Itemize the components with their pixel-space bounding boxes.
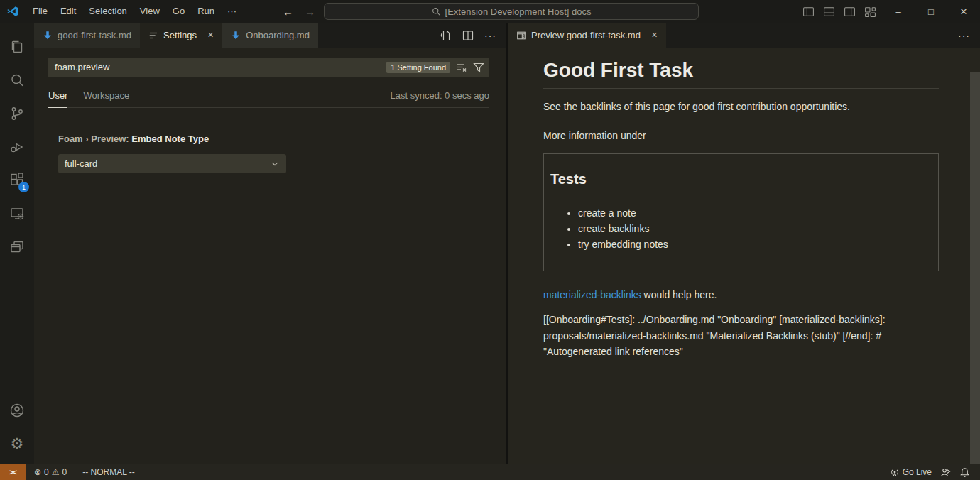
- chevron-down-icon: [270, 159, 280, 169]
- tab-onboarding[interactable]: Onboarding.md: [222, 23, 318, 48]
- close-tab-icon[interactable]: ✕: [651, 31, 658, 40]
- editor-actions-more-icon[interactable]: ···: [484, 30, 496, 41]
- preview-scrollbar[interactable]: [970, 72, 980, 464]
- menu-file[interactable]: File: [26, 0, 54, 23]
- maximize-button[interactable]: □: [915, 0, 947, 23]
- account-icon[interactable]: [0, 393, 34, 427]
- extensions-badge: 1: [18, 182, 29, 192]
- close-window-button[interactable]: ✕: [947, 0, 980, 23]
- broadcast-icon: [890, 467, 900, 477]
- scope-tab-workspace[interactable]: Workspace: [83, 90, 129, 107]
- extensions-icon[interactable]: 1: [0, 163, 34, 197]
- selected-value: full-card: [65, 158, 97, 169]
- notifications-bell-icon[interactable]: [955, 464, 974, 480]
- command-center-label: [Extension Development Host] docs: [445, 6, 592, 17]
- embed-note-type-select[interactable]: full-card: [58, 154, 286, 173]
- go-live-button[interactable]: Go Live: [886, 464, 936, 480]
- minimize-button[interactable]: –: [882, 0, 915, 23]
- menu-go[interactable]: Go: [166, 0, 191, 23]
- markdown-preview: Good First Task See the backlinks of thi…: [508, 48, 980, 464]
- settings-search-input[interactable]: foam.preview 1 Setting Found: [48, 58, 489, 77]
- preview-paragraph: More information under: [543, 130, 939, 141]
- filter-settings-icon[interactable]: [473, 62, 484, 73]
- editor-windows-icon[interactable]: [0, 230, 34, 263]
- activity-bar: 1 ⚙: [0, 23, 34, 464]
- status-bar: >< ⊗ 0 ⚠ 0 -- NORMAL -- Go Live: [0, 464, 980, 480]
- vim-mode-indicator[interactable]: -- NORMAL --: [78, 464, 139, 480]
- remote-explorer-icon[interactable]: [0, 197, 34, 230]
- settings-scope-tabs: User Workspace Last synced: 0 secs ago: [48, 77, 489, 108]
- close-tab-icon[interactable]: ✕: [207, 31, 214, 40]
- last-synced-label: Last synced: 0 secs ago: [391, 90, 489, 107]
- menu-selection[interactable]: Selection: [82, 0, 133, 23]
- split-editor-icon[interactable]: [462, 30, 474, 41]
- problems-status[interactable]: ⊗ 0 ⚠ 0: [30, 464, 71, 480]
- embed-title: Tests: [550, 171, 922, 197]
- scope-tab-user[interactable]: User: [48, 90, 67, 108]
- clear-settings-search-icon[interactable]: [456, 62, 467, 73]
- error-icon: ⊗: [34, 467, 41, 477]
- title-bar: File Edit Selection View Go Run ··· ← → …: [0, 0, 980, 23]
- menu-run[interactable]: Run: [191, 0, 221, 23]
- list-item: create backlinks: [578, 224, 922, 234]
- tab-preview-good-first-task[interactable]: Preview good-first-task.md ✕: [508, 23, 666, 48]
- list-item: create a note: [578, 208, 922, 219]
- tab-strip-right: Preview good-first-task.md ✕ ···: [508, 23, 980, 48]
- warning-icon: ⚠: [52, 467, 60, 477]
- preview-paragraph: See the backlinks of this page for good …: [543, 101, 939, 112]
- embed-task-list: create a note create backlinks try embed…: [550, 208, 922, 250]
- menu-view[interactable]: View: [134, 0, 166, 23]
- tab-good-first-task[interactable]: good-first-task.md: [34, 23, 140, 48]
- source-control-icon[interactable]: [0, 97, 34, 130]
- settings-gear-icon[interactable]: ⚙: [0, 427, 34, 460]
- setting-embed-note-type: Foam › Preview: Embed Note Type full-car…: [48, 133, 489, 173]
- vscode-logo-icon: [6, 5, 19, 18]
- run-and-debug-icon[interactable]: [0, 130, 34, 163]
- markdown-file-icon: [231, 31, 241, 40]
- menu-more-icon[interactable]: ···: [221, 0, 243, 23]
- editor-actions-more-icon[interactable]: ···: [958, 30, 970, 41]
- nav-back-icon[interactable]: ←: [283, 6, 293, 18]
- toggle-panel-icon[interactable]: [823, 6, 835, 18]
- list-item: try embedding notes: [578, 239, 922, 250]
- tab-strip-left: good-first-task.md Settings ✕ Onboarding…: [34, 23, 506, 48]
- customize-layout-icon[interactable]: [864, 6, 876, 18]
- search-icon: [432, 7, 441, 16]
- toggle-primary-sidebar-icon[interactable]: [802, 6, 815, 18]
- command-center-search[interactable]: [Extension Development Host] docs: [324, 3, 699, 20]
- editor-group-left: good-first-task.md Settings ✕ Onboarding…: [34, 23, 508, 464]
- embedded-note-card: Tests create a note create backlinks try…: [543, 153, 939, 271]
- editor-group-right: Preview good-first-task.md ✕ ··· Good Fi…: [508, 23, 980, 464]
- search-view-icon[interactable]: [0, 63, 34, 97]
- menu-edit[interactable]: Edit: [54, 0, 82, 23]
- open-settings-json-icon[interactable]: [440, 30, 452, 41]
- markdown-preview-icon: [516, 31, 526, 40]
- link-references-text: [[Onboarding#Tests]: ../Onboarding.md "O…: [543, 312, 939, 360]
- settings-result-badge: 1 Setting Found: [386, 62, 450, 73]
- feedback-icon[interactable]: [936, 464, 955, 480]
- remote-indicator[interactable]: ><: [0, 464, 26, 480]
- markdown-file-icon: [43, 31, 53, 40]
- materialized-backlinks-link[interactable]: materialized-backlinks: [543, 289, 641, 300]
- setting-title: Foam › Preview: Embed Note Type: [58, 133, 489, 144]
- settings-search-value: foam.preview: [55, 62, 109, 72]
- preview-paragraph: materialized-backlinks would help here.: [543, 289, 939, 300]
- settings-editor: foam.preview 1 Setting Found User Worksp…: [34, 48, 506, 173]
- settings-editor-icon: [148, 31, 158, 40]
- explorer-icon[interactable]: [0, 30, 34, 63]
- preview-title: Good First Task: [543, 59, 939, 89]
- toggle-secondary-sidebar-icon[interactable]: [844, 6, 856, 18]
- nav-forward-icon: →: [305, 6, 315, 18]
- tab-settings[interactable]: Settings ✕: [140, 23, 222, 48]
